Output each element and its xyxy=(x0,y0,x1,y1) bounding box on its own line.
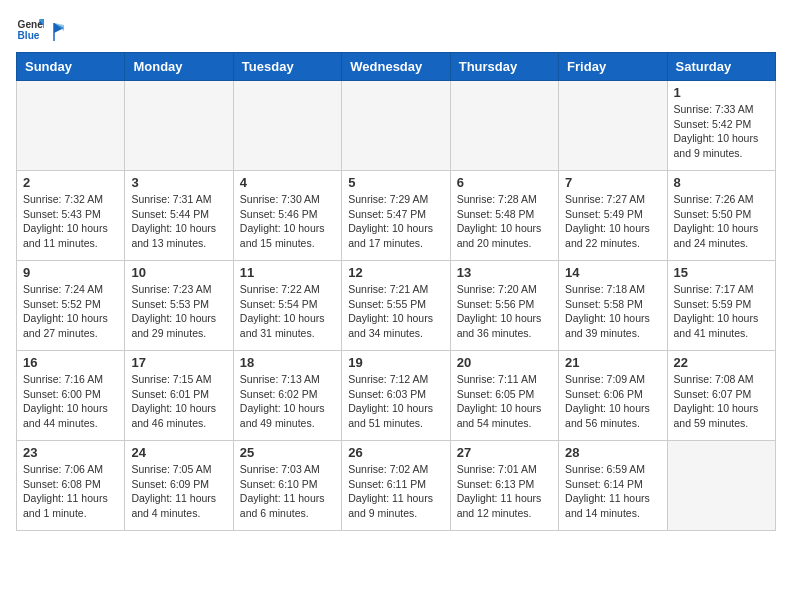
calendar-day: 8Sunrise: 7:26 AMSunset: 5:50 PMDaylight… xyxy=(667,171,775,261)
day-info: Sunrise: 7:26 AMSunset: 5:50 PMDaylight:… xyxy=(674,192,769,251)
day-number: 11 xyxy=(240,265,335,280)
day-number: 20 xyxy=(457,355,552,370)
day-info: Sunrise: 7:18 AMSunset: 5:58 PMDaylight:… xyxy=(565,282,660,341)
calendar-day xyxy=(342,81,450,171)
day-info: Sunrise: 7:12 AMSunset: 6:03 PMDaylight:… xyxy=(348,372,443,431)
day-info: Sunrise: 7:15 AMSunset: 6:01 PMDaylight:… xyxy=(131,372,226,431)
day-info: Sunrise: 7:32 AMSunset: 5:43 PMDaylight:… xyxy=(23,192,118,251)
day-info: Sunrise: 7:31 AMSunset: 5:44 PMDaylight:… xyxy=(131,192,226,251)
day-number: 4 xyxy=(240,175,335,190)
calendar-day: 27Sunrise: 7:01 AMSunset: 6:13 PMDayligh… xyxy=(450,441,558,531)
calendar-day: 1Sunrise: 7:33 AMSunset: 5:42 PMDaylight… xyxy=(667,81,775,171)
day-number: 3 xyxy=(131,175,226,190)
calendar-day: 3Sunrise: 7:31 AMSunset: 5:44 PMDaylight… xyxy=(125,171,233,261)
weekday-header-friday: Friday xyxy=(559,53,667,81)
day-info: Sunrise: 7:22 AMSunset: 5:54 PMDaylight:… xyxy=(240,282,335,341)
day-number: 27 xyxy=(457,445,552,460)
calendar-day: 26Sunrise: 7:02 AMSunset: 6:11 PMDayligh… xyxy=(342,441,450,531)
day-number: 12 xyxy=(348,265,443,280)
weekday-header-wednesday: Wednesday xyxy=(342,53,450,81)
day-number: 21 xyxy=(565,355,660,370)
calendar-day: 25Sunrise: 7:03 AMSunset: 6:10 PMDayligh… xyxy=(233,441,341,531)
calendar-day xyxy=(233,81,341,171)
day-number: 8 xyxy=(674,175,769,190)
day-info: Sunrise: 7:09 AMSunset: 6:06 PMDaylight:… xyxy=(565,372,660,431)
day-number: 19 xyxy=(348,355,443,370)
day-number: 24 xyxy=(131,445,226,460)
calendar-week-5: 23Sunrise: 7:06 AMSunset: 6:08 PMDayligh… xyxy=(17,441,776,531)
calendar-day xyxy=(450,81,558,171)
calendar-day: 14Sunrise: 7:18 AMSunset: 5:58 PMDayligh… xyxy=(559,261,667,351)
calendar-day: 15Sunrise: 7:17 AMSunset: 5:59 PMDayligh… xyxy=(667,261,775,351)
calendar-day: 17Sunrise: 7:15 AMSunset: 6:01 PMDayligh… xyxy=(125,351,233,441)
calendar-day: 7Sunrise: 7:27 AMSunset: 5:49 PMDaylight… xyxy=(559,171,667,261)
calendar-day: 4Sunrise: 7:30 AMSunset: 5:46 PMDaylight… xyxy=(233,171,341,261)
page-header: General Blue xyxy=(16,16,776,44)
calendar-day: 21Sunrise: 7:09 AMSunset: 6:06 PMDayligh… xyxy=(559,351,667,441)
day-info: Sunrise: 7:02 AMSunset: 6:11 PMDaylight:… xyxy=(348,462,443,521)
weekday-header-tuesday: Tuesday xyxy=(233,53,341,81)
day-info: Sunrise: 7:27 AMSunset: 5:49 PMDaylight:… xyxy=(565,192,660,251)
weekday-header-thursday: Thursday xyxy=(450,53,558,81)
day-number: 26 xyxy=(348,445,443,460)
day-info: Sunrise: 7:05 AMSunset: 6:09 PMDaylight:… xyxy=(131,462,226,521)
calendar-day: 18Sunrise: 7:13 AMSunset: 6:02 PMDayligh… xyxy=(233,351,341,441)
calendar-table: SundayMondayTuesdayWednesdayThursdayFrid… xyxy=(16,52,776,531)
day-number: 15 xyxy=(674,265,769,280)
day-number: 14 xyxy=(565,265,660,280)
day-number: 6 xyxy=(457,175,552,190)
calendar-day: 11Sunrise: 7:22 AMSunset: 5:54 PMDayligh… xyxy=(233,261,341,351)
day-number: 23 xyxy=(23,445,118,460)
day-info: Sunrise: 7:16 AMSunset: 6:00 PMDaylight:… xyxy=(23,372,118,431)
calendar-day: 6Sunrise: 7:28 AMSunset: 5:48 PMDaylight… xyxy=(450,171,558,261)
calendar-week-2: 2Sunrise: 7:32 AMSunset: 5:43 PMDaylight… xyxy=(17,171,776,261)
logo: General Blue xyxy=(16,16,64,44)
day-info: Sunrise: 7:11 AMSunset: 6:05 PMDaylight:… xyxy=(457,372,552,431)
calendar-day: 12Sunrise: 7:21 AMSunset: 5:55 PMDayligh… xyxy=(342,261,450,351)
day-info: Sunrise: 7:20 AMSunset: 5:56 PMDaylight:… xyxy=(457,282,552,341)
calendar-day: 23Sunrise: 7:06 AMSunset: 6:08 PMDayligh… xyxy=(17,441,125,531)
day-info: Sunrise: 7:23 AMSunset: 5:53 PMDaylight:… xyxy=(131,282,226,341)
calendar-week-4: 16Sunrise: 7:16 AMSunset: 6:00 PMDayligh… xyxy=(17,351,776,441)
svg-text:Blue: Blue xyxy=(18,30,40,41)
weekday-header-row: SundayMondayTuesdayWednesdayThursdayFrid… xyxy=(17,53,776,81)
calendar-week-1: 1Sunrise: 7:33 AMSunset: 5:42 PMDaylight… xyxy=(17,81,776,171)
day-info: Sunrise: 7:17 AMSunset: 5:59 PMDaylight:… xyxy=(674,282,769,341)
calendar-day: 5Sunrise: 7:29 AMSunset: 5:47 PMDaylight… xyxy=(342,171,450,261)
day-info: Sunrise: 7:08 AMSunset: 6:07 PMDaylight:… xyxy=(674,372,769,431)
day-number: 22 xyxy=(674,355,769,370)
day-info: Sunrise: 7:13 AMSunset: 6:02 PMDaylight:… xyxy=(240,372,335,431)
calendar-week-3: 9Sunrise: 7:24 AMSunset: 5:52 PMDaylight… xyxy=(17,261,776,351)
day-number: 13 xyxy=(457,265,552,280)
calendar-day: 24Sunrise: 7:05 AMSunset: 6:09 PMDayligh… xyxy=(125,441,233,531)
day-info: Sunrise: 7:24 AMSunset: 5:52 PMDaylight:… xyxy=(23,282,118,341)
calendar-day xyxy=(125,81,233,171)
calendar-day: 2Sunrise: 7:32 AMSunset: 5:43 PMDaylight… xyxy=(17,171,125,261)
logo-icon: General Blue xyxy=(16,16,44,44)
day-info: Sunrise: 7:29 AMSunset: 5:47 PMDaylight:… xyxy=(348,192,443,251)
calendar-day xyxy=(559,81,667,171)
calendar-day: 19Sunrise: 7:12 AMSunset: 6:03 PMDayligh… xyxy=(342,351,450,441)
day-info: Sunrise: 7:06 AMSunset: 6:08 PMDaylight:… xyxy=(23,462,118,521)
calendar-day: 9Sunrise: 7:24 AMSunset: 5:52 PMDaylight… xyxy=(17,261,125,351)
day-number: 7 xyxy=(565,175,660,190)
day-number: 2 xyxy=(23,175,118,190)
day-info: Sunrise: 6:59 AMSunset: 6:14 PMDaylight:… xyxy=(565,462,660,521)
calendar-day xyxy=(17,81,125,171)
logo-flag-icon xyxy=(46,21,64,43)
calendar-day: 10Sunrise: 7:23 AMSunset: 5:53 PMDayligh… xyxy=(125,261,233,351)
calendar-day: 20Sunrise: 7:11 AMSunset: 6:05 PMDayligh… xyxy=(450,351,558,441)
weekday-header-saturday: Saturday xyxy=(667,53,775,81)
day-number: 10 xyxy=(131,265,226,280)
day-number: 9 xyxy=(23,265,118,280)
day-info: Sunrise: 7:33 AMSunset: 5:42 PMDaylight:… xyxy=(674,102,769,161)
weekday-header-sunday: Sunday xyxy=(17,53,125,81)
day-number: 16 xyxy=(23,355,118,370)
day-number: 28 xyxy=(565,445,660,460)
calendar-day: 13Sunrise: 7:20 AMSunset: 5:56 PMDayligh… xyxy=(450,261,558,351)
day-info: Sunrise: 7:30 AMSunset: 5:46 PMDaylight:… xyxy=(240,192,335,251)
calendar-day: 28Sunrise: 6:59 AMSunset: 6:14 PMDayligh… xyxy=(559,441,667,531)
day-number: 18 xyxy=(240,355,335,370)
calendar-day: 22Sunrise: 7:08 AMSunset: 6:07 PMDayligh… xyxy=(667,351,775,441)
day-info: Sunrise: 7:03 AMSunset: 6:10 PMDaylight:… xyxy=(240,462,335,521)
